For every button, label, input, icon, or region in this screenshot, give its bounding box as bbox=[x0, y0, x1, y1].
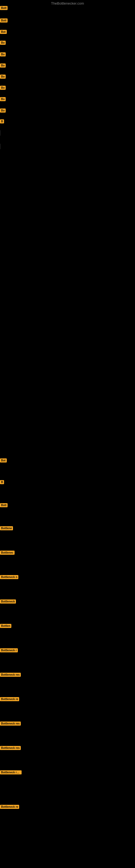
badge-10[interactable]: Bo bbox=[0, 108, 6, 113]
badge-5[interactable]: Bo bbox=[0, 52, 6, 56]
badge-15[interactable]: Bottlene bbox=[0, 526, 13, 530]
badge-12[interactable]: Bot bbox=[0, 458, 7, 463]
badge-16[interactable]: Bottlenec bbox=[0, 551, 14, 555]
badge-18[interactable]: Bottleneck bbox=[0, 599, 16, 603]
badge-22[interactable]: Bottleneck re bbox=[0, 697, 19, 701]
badge-7[interactable]: Bo bbox=[0, 74, 6, 79]
badge-17[interactable]: Bottleneck n bbox=[0, 575, 18, 579]
badge-13[interactable]: B bbox=[0, 480, 4, 484]
badge-4[interactable]: Bo bbox=[0, 41, 6, 45]
badge-20[interactable]: Bottleneck r bbox=[0, 648, 18, 652]
badge-26[interactable]: Bottleneck re bbox=[0, 805, 19, 809]
badge-8[interactable]: Bo bbox=[0, 86, 6, 90]
badge-19[interactable]: Bottlen bbox=[0, 624, 11, 628]
badge-14[interactable]: Bott bbox=[0, 503, 8, 507]
badge-23[interactable]: Bottleneck res bbox=[0, 721, 21, 725]
badge-25[interactable]: Bottleneck resu bbox=[0, 770, 21, 774]
badge-9[interactable]: Bo bbox=[0, 97, 6, 101]
line-1 bbox=[0, 130, 0, 135]
badge-3[interactable]: Bot bbox=[0, 30, 7, 34]
badge-24[interactable]: Bottleneck res bbox=[0, 746, 21, 750]
site-title: TheBottlenecker.com bbox=[51, 1, 84, 5]
line-2 bbox=[0, 144, 0, 149]
badge-2[interactable]: Bott bbox=[0, 19, 8, 23]
badge-21[interactable]: Bottleneck res bbox=[0, 673, 21, 677]
badge-6[interactable]: Bo bbox=[0, 63, 6, 67]
badge-1[interactable]: Bott bbox=[0, 6, 8, 10]
badge-11[interactable]: B bbox=[0, 119, 4, 123]
